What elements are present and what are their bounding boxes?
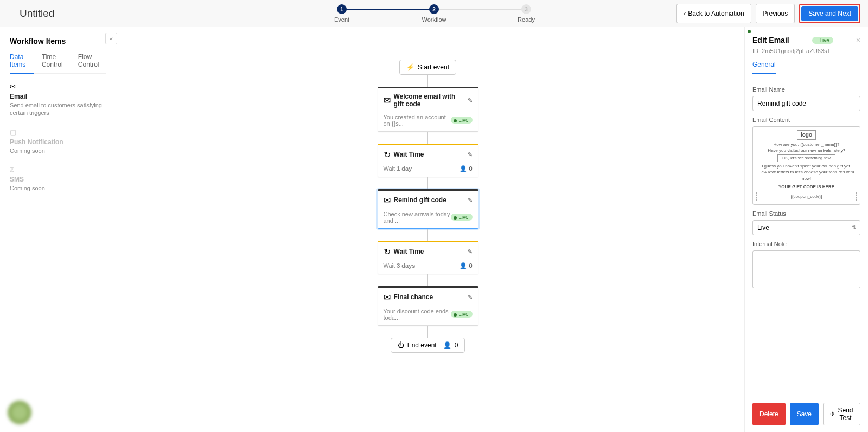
workflow-canvas[interactable]: ⚡ Start event ✉ Welcome email with gift … [111, 27, 744, 432]
step-event[interactable]: 1 Event [296, 4, 388, 23]
step-circle: 1 [337, 4, 347, 14]
clock-icon: ↻ [384, 150, 391, 160]
end-count: 0 [455, 341, 458, 349]
back-to-automation-button[interactable]: ‹ Back to Automation [676, 4, 751, 23]
send-test-label: Send Test [838, 407, 853, 422]
preview-code-label: YOUR GIFT CODE IS HERE [756, 184, 857, 190]
end-event-pill[interactable]: ⏻ End event 👤 0 [391, 338, 465, 353]
top-bar: Untitled 1 Event 2 Workflow 3 Ready ‹ Ba… [0, 0, 868, 27]
step-label: Workflow [422, 16, 446, 23]
sidebar: « Workflow Items Data Items Time Control… [0, 27, 111, 432]
send-icon: ✈ [830, 410, 835, 418]
label-email-name: Email Name [752, 86, 860, 93]
email-preview[interactable]: logo How are you, {{customer_name}}? Hav… [752, 126, 860, 205]
node-title: Final chance [394, 293, 464, 301]
page-title: Untitled [20, 8, 54, 20]
label-internal-note: Internal Note [752, 241, 860, 247]
email-icon: ✉ [384, 95, 391, 106]
people-count: 👤0 [459, 165, 472, 172]
bolt-icon: ⚡ [406, 63, 414, 71]
node-title: Wait Time [394, 151, 464, 158]
email-id: ID: 2m5U1gnodj2pEaZU63sT [752, 48, 860, 54]
preview-code: {{coupon_code}} [756, 192, 857, 201]
node-wait-1[interactable]: ↻ Wait Time ✎ Wait 1 day 👤0 [378, 144, 478, 177]
live-badge: Live [451, 214, 472, 221]
email-icon: ✉ [384, 195, 391, 205]
live-badge: Live [451, 117, 472, 124]
step-label: Ready [518, 16, 535, 23]
edit-icon[interactable]: ✎ [468, 97, 473, 104]
delete-button[interactable]: Delete [752, 403, 786, 425]
send-test-button[interactable]: ✈ Send Test [823, 403, 860, 425]
power-icon: ⏻ [398, 341, 404, 349]
tab-flow-control[interactable]: Flow Control [78, 53, 106, 73]
node-title: Welcome email with gift code [394, 93, 464, 108]
wait-text: Wait 3 days [384, 262, 416, 269]
sidebar-tabs: Data Items Time Control Flow Control [10, 53, 106, 74]
preview-line: Have you visited our new arrivals lately… [756, 147, 857, 153]
connector [427, 229, 428, 241]
edit-icon[interactable]: ✎ [468, 197, 473, 204]
flow: ⚡ Start event ✉ Welcome email with gift … [378, 60, 478, 353]
clock-icon: ↻ [384, 247, 391, 257]
tab-general[interactable]: General [752, 59, 776, 74]
live-badge: Live [812, 37, 833, 44]
start-label: Start event [418, 63, 449, 71]
sidebar-item-sms: ⎚ SMS Coming soon [10, 164, 106, 192]
panel-footer: Delete Save ✈ Send Test [752, 403, 860, 425]
edit-icon[interactable]: ✎ [468, 294, 473, 301]
node-title: Wait Time [394, 248, 464, 255]
tab-time-control[interactable]: Time Control [42, 53, 71, 73]
internal-note-input[interactable] [752, 250, 860, 288]
node-subtitle: Your discount code ends toda... [384, 308, 451, 321]
sidebar-item-desc: Coming soon [10, 184, 106, 192]
sms-icon: ⎚ [10, 165, 14, 173]
sidebar-item-title: SMS [10, 176, 106, 183]
tab-data-items[interactable]: Data Items [10, 53, 34, 74]
preview-button: OK, let's see something new [777, 154, 835, 162]
connector [427, 75, 428, 87]
back-label: Back to Automation [688, 10, 744, 17]
sidebar-item-title: Push Notification [10, 138, 106, 146]
logo-icon: logo [797, 130, 816, 140]
connector [427, 326, 428, 338]
email-icon: ✉ [384, 292, 391, 302]
bell-icon: ▢ [10, 128, 16, 136]
save-button[interactable]: Save [790, 403, 819, 425]
sidebar-item-desc: Send email to customers satisfying certa… [10, 101, 106, 117]
email-status-select[interactable]: Live [752, 220, 860, 235]
sidebar-item-title: Email [10, 93, 106, 100]
step-ready[interactable]: 3 Ready [480, 4, 572, 23]
top-actions: ‹ Back to Automation Previous Save and N… [676, 4, 860, 23]
label-email-status: Email Status [752, 210, 860, 217]
user-icon: 👤 [459, 165, 467, 172]
node-welcome-email[interactable]: ✉ Welcome email with gift code ✎ You cre… [378, 87, 478, 132]
save-and-next-button[interactable]: Save and Next [801, 6, 858, 21]
email-name-input[interactable] [752, 96, 860, 111]
save-next-highlight: Save and Next [799, 4, 860, 23]
email-icon: ✉ [10, 82, 16, 91]
step-circle: 2 [429, 4, 439, 14]
edit-icon[interactable]: ✎ [468, 248, 473, 255]
step-line [342, 9, 434, 10]
step-label: Event [334, 16, 349, 23]
step-workflow[interactable]: 2 Workflow [388, 4, 480, 23]
sidebar-item-email[interactable]: ✉ Email Send email to customers satisfyi… [10, 81, 106, 117]
chevron-left-icon: ‹ [684, 10, 686, 17]
start-event-pill[interactable]: ⚡ Start event [399, 60, 456, 75]
edit-icon[interactable]: ✎ [468, 151, 473, 158]
stepper: 1 Event 2 Workflow 3 Ready [296, 4, 572, 23]
sidebar-item-desc: Coming soon [10, 147, 106, 154]
node-remind-gift-code[interactable]: ✉ Remind gift code ✎ Check new arrivals … [378, 189, 478, 229]
wait-text: Wait 1 day [384, 165, 412, 172]
connector [427, 132, 428, 144]
close-icon[interactable]: × [856, 36, 860, 44]
previous-button[interactable]: Previous [756, 4, 795, 23]
node-subtitle: You created an account on {{s... [384, 114, 451, 127]
label-email-content: Email Content [752, 117, 860, 123]
node-final-chance[interactable]: ✉ Final chance ✎ Your discount code ends… [378, 286, 478, 326]
sidebar-item-push: ▢ Push Notification Coming soon [10, 127, 106, 154]
sidebar-title: Workflow Items [10, 37, 106, 46]
node-wait-2[interactable]: ↻ Wait Time ✎ Wait 3 days 👤0 [378, 241, 478, 274]
preview-line: How are you, {{customer_name}}? [756, 141, 857, 147]
